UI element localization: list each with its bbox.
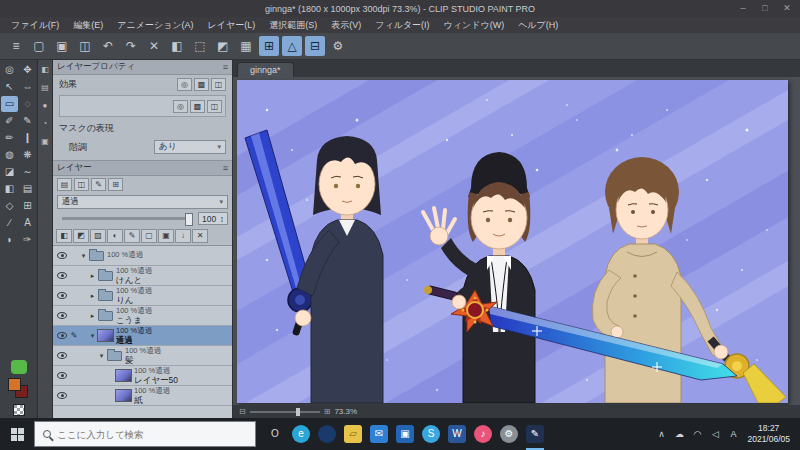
move-tool[interactable]: ✥ bbox=[19, 62, 36, 78]
brush-size-panel-icon[interactable]: ● bbox=[39, 100, 51, 112]
auto-select-tool[interactable]: ◌ bbox=[19, 96, 36, 112]
deselect-icon[interactable]: ⬚ bbox=[190, 36, 210, 56]
redo-icon[interactable]: ↷ bbox=[121, 36, 141, 56]
panel-menu-icon[interactable]: ≡ bbox=[223, 62, 228, 72]
skype-icon[interactable]: S bbox=[418, 418, 444, 450]
edge-icon[interactable]: e bbox=[288, 418, 314, 450]
support-chat-icon[interactable] bbox=[11, 360, 27, 374]
wifi-icon[interactable]: ◠ bbox=[689, 429, 705, 439]
layer-row[interactable]: ✎▾100 %通過通過 bbox=[53, 326, 232, 346]
sub-tool-panel-icon[interactable]: ▤ bbox=[39, 82, 51, 94]
expander-icon[interactable]: ▾ bbox=[97, 352, 106, 360]
layer-row[interactable]: ▾100 %通過 bbox=[53, 246, 232, 266]
pencil-tool[interactable]: ✏ bbox=[1, 130, 18, 146]
document-tab[interactable]: ginnga* bbox=[237, 62, 294, 77]
brush-tool[interactable]: ❙ bbox=[19, 130, 36, 146]
new-file-icon[interactable]: ▢ bbox=[29, 36, 49, 56]
zoom-tool[interactable]: ◎ bbox=[1, 62, 18, 78]
photos-icon[interactable]: ▣ bbox=[392, 418, 418, 450]
expander-icon[interactable]: ▸ bbox=[88, 272, 97, 280]
blend-mode-dropdown[interactable]: 通過 ▾ bbox=[57, 195, 228, 209]
visibility-eye-icon[interactable] bbox=[57, 372, 67, 379]
open-file-icon[interactable]: ▣ bbox=[52, 36, 72, 56]
menu-edit[interactable]: 編集(E) bbox=[66, 17, 110, 33]
operation-tool[interactable]: ↖ bbox=[1, 79, 18, 95]
browser-icon[interactable] bbox=[314, 418, 340, 450]
menu-animation[interactable]: アニメーション(A) bbox=[110, 17, 200, 33]
invert-selection-icon[interactable]: ◩ bbox=[213, 36, 233, 56]
layer-grid-icon[interactable]: ⊞ bbox=[108, 178, 123, 191]
canvas-page[interactable] bbox=[237, 80, 788, 403]
eraser-tool[interactable]: ◪ bbox=[1, 164, 18, 180]
undo-icon[interactable]: ↶ bbox=[98, 36, 118, 56]
taskbar-search[interactable] bbox=[34, 421, 256, 447]
menu-help[interactable]: ヘルプ(H) bbox=[511, 17, 565, 33]
blend-tool[interactable]: ∼ bbox=[19, 164, 36, 180]
delete-icon[interactable]: ✕ bbox=[144, 36, 164, 56]
opacity-field[interactable]: 100 ↕ bbox=[198, 212, 228, 225]
menu-select[interactable]: 選択範囲(S) bbox=[262, 17, 324, 33]
layer-pin-icon[interactable]: ✎ bbox=[91, 178, 106, 191]
expander-icon[interactable]: ▾ bbox=[79, 252, 88, 260]
transparent-color-swatch[interactable] bbox=[13, 404, 25, 416]
zoom-in-icon[interactable]: ⊞ bbox=[324, 407, 331, 416]
lock-layer-icon[interactable]: ◩ bbox=[73, 229, 89, 243]
onedrive-icon[interactable]: ☁ bbox=[671, 429, 687, 439]
frame-border-tool[interactable]: ⊞ bbox=[19, 198, 36, 214]
new-folder-icon[interactable]: ▣ bbox=[158, 229, 174, 243]
layer-row[interactable]: ▸100 %通過けんと bbox=[53, 266, 232, 286]
visibility-eye-icon[interactable] bbox=[57, 312, 67, 319]
material-panel-icon[interactable]: ▣ bbox=[39, 136, 51, 148]
clip-studio-paint-icon[interactable]: ✎ bbox=[522, 418, 548, 450]
word-icon[interactable]: W bbox=[444, 418, 470, 450]
taskbar-clock[interactable]: 18:27 2021/06/05 bbox=[743, 423, 796, 444]
color-panel-icon[interactable]: ◔ bbox=[39, 118, 51, 130]
minimize-button[interactable]: – bbox=[732, 0, 754, 17]
visibility-eye-icon[interactable] bbox=[57, 352, 67, 359]
visibility-eye-icon[interactable] bbox=[57, 292, 67, 299]
zoom-slider[interactable] bbox=[250, 411, 320, 413]
menu-layer[interactable]: レイヤー(L) bbox=[201, 17, 263, 33]
text-tool[interactable]: A bbox=[19, 215, 36, 231]
gradient-tool[interactable]: ▤ bbox=[19, 181, 36, 197]
visibility-eye-icon[interactable] bbox=[57, 272, 67, 279]
layer-color-effect-icon[interactable]: ◫ bbox=[211, 78, 226, 91]
merge-down-icon[interactable]: ↓ bbox=[175, 229, 191, 243]
visibility-eye-icon[interactable] bbox=[57, 332, 67, 339]
search-input[interactable] bbox=[57, 429, 227, 440]
save-icon[interactable]: ◫ bbox=[75, 36, 95, 56]
panel-menu-icon[interactable]: ≡ bbox=[223, 163, 228, 173]
fill-enclosed-icon[interactable]: ◧ bbox=[167, 36, 187, 56]
settings-icon[interactable]: ⚙ bbox=[328, 36, 348, 56]
border-effect-icon[interactable]: ◎ bbox=[177, 78, 192, 91]
volume-icon[interactable]: ◁ bbox=[707, 429, 723, 439]
decoration-tool[interactable]: ❋ bbox=[19, 147, 36, 163]
file-explorer-icon[interactable]: ▱ bbox=[340, 418, 366, 450]
figure-tool[interactable]: ◇ bbox=[1, 198, 18, 214]
layer-row[interactable]: ▸100 %通過りん bbox=[53, 286, 232, 306]
menu-file[interactable]: ファイル(F) bbox=[4, 17, 66, 33]
mail-icon[interactable]: ✉ bbox=[366, 418, 392, 450]
cortana-icon[interactable]: O bbox=[262, 418, 288, 450]
lock-transparent-pixels-icon[interactable]: ▨ bbox=[90, 229, 106, 243]
tray-chevron-icon[interactable]: ∧ bbox=[653, 429, 669, 439]
tone-effect-icon[interactable]: ▩ bbox=[194, 78, 209, 91]
expander-icon[interactable]: ▾ bbox=[88, 332, 97, 340]
layer-row[interactable]: 100 %通過レイヤー50 bbox=[53, 366, 232, 386]
ruler-tool[interactable]: ∕ bbox=[1, 215, 18, 231]
ime-icon[interactable]: A bbox=[725, 429, 741, 439]
primary-color-swatch[interactable] bbox=[8, 378, 21, 391]
visibility-eye-icon[interactable] bbox=[57, 252, 67, 259]
layer-filter-icon[interactable]: ◫ bbox=[74, 178, 89, 191]
menu-window[interactable]: ウィンドウ(W) bbox=[437, 17, 512, 33]
snap-to-grid-icon[interactable]: ⊟ bbox=[305, 36, 325, 56]
selection-border-icon[interactable]: ▦ bbox=[236, 36, 256, 56]
delete-layer-icon[interactable]: ✕ bbox=[192, 229, 208, 243]
tool-property-panel-icon[interactable]: ◧ bbox=[39, 64, 51, 76]
maximize-button[interactable]: □ bbox=[754, 0, 776, 17]
pen-tool[interactable]: ✎ bbox=[19, 113, 36, 129]
enable-mask-icon[interactable]: ◐ bbox=[107, 229, 123, 243]
main-menu-icon[interactable]: ≡ bbox=[6, 36, 26, 56]
tone-dropdown[interactable]: あり ▾ bbox=[154, 140, 226, 154]
snap-to-special-ruler-icon[interactable]: △ bbox=[282, 36, 302, 56]
